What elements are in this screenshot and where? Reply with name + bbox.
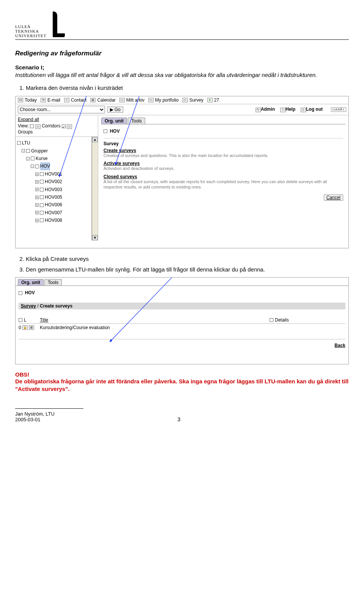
scenario-label: Scenario I;: [15, 64, 349, 71]
scroll-down-icon[interactable]: ▼: [92, 235, 98, 240]
tree-check[interactable]: [26, 149, 30, 153]
logout-link[interactable]: ⎋Log out: [301, 107, 323, 112]
screenshot-2: Org. unit Tools HOV Survey / Create surv…: [15, 277, 349, 364]
course-tree[interactable]: LTU - Grupper - Kurse - HOV + HOV001: [16, 137, 92, 240]
lock-count: 0: [19, 325, 21, 330]
tree-expand-icon[interactable]: +: [35, 173, 39, 176]
activate-surveys-desc: Activation and deactivation of surveys.: [104, 166, 343, 171]
select-all-checkbox[interactable]: [19, 318, 22, 322]
obs-label: OBS!: [15, 371, 349, 378]
lock-icon: 🔒: [22, 325, 28, 330]
tree-check[interactable]: [40, 172, 44, 176]
nav-email[interactable]: ✉E-mail: [41, 98, 60, 102]
back-link[interactable]: Back: [19, 343, 345, 348]
survey-heading: Survey: [104, 141, 343, 146]
tree-collapse-icon[interactable]: -: [22, 149, 25, 152]
hov-checkbox-2[interactable]: [19, 291, 22, 295]
tree-expand-icon[interactable]: +: [35, 196, 39, 199]
page-footer: Jan Nyström, LTU 2005-03-01 3: [15, 411, 349, 422]
logout-icon: ⎋: [301, 108, 306, 112]
header-rule: [15, 39, 349, 40]
survey-icon: ▦: [29, 325, 34, 330]
tree-check[interactable]: [35, 165, 39, 168]
portfolio-icon: ▭: [148, 98, 154, 102]
breadcrumb-create: Create surveys: [40, 303, 72, 309]
help-link[interactable]: ?Help: [280, 107, 295, 112]
details-checkbox[interactable]: [270, 318, 273, 322]
go-button[interactable]: ▶ Go: [107, 107, 123, 113]
nav-calendar[interactable]: ▦Calendar: [90, 98, 116, 102]
tree-selected[interactable]: HOV: [40, 162, 50, 170]
tab-org-unit-2[interactable]: Org. unit: [18, 279, 44, 286]
expand-all-link[interactable]: Expand all: [18, 117, 39, 122]
tree-scrollbar[interactable]: ▲ ▼: [92, 137, 98, 240]
mail-icon: ✉: [41, 98, 46, 102]
tree-check[interactable]: [40, 218, 44, 222]
tree-collapse-icon[interactable]: -: [31, 165, 34, 168]
page-number: 3: [55, 416, 303, 422]
tree-check[interactable]: [40, 211, 44, 215]
nav-mitt-arkiv[interactable]: ▭Mitt arkiv: [119, 98, 144, 102]
obs-text: De obligatoriska frågorna går inte att f…: [15, 378, 349, 393]
step-list-cont: Klicka på Create surveys Den gemensamma …: [15, 255, 349, 274]
nav-count[interactable]: ●27: [207, 98, 219, 102]
tree-check[interactable]: [17, 141, 21, 145]
scroll-up-icon[interactable]: ▲: [92, 137, 98, 142]
step-list: Markera den översta nivån i kursträdet: [15, 84, 349, 92]
step-1: Markera den översta nivån i kursträdet: [26, 84, 349, 92]
step-3: Den gemensamma LTU-mallen blir synlig. F…: [26, 266, 349, 273]
admin-link[interactable]: ✎Admin: [256, 107, 275, 112]
survey-title[interactable]: Kursutvärdering/Course evaluation: [40, 325, 110, 330]
tree-expand-icon[interactable]: +: [35, 203, 39, 207]
presence-icon: ●: [207, 98, 213, 102]
tree-expand-icon[interactable]: +: [35, 219, 39, 222]
footer-author: Jan Nyström, LTU: [15, 411, 55, 417]
col-l: L: [24, 318, 27, 322]
tab-tools-2[interactable]: Tools: [44, 279, 62, 286]
groups-label: Groups: [18, 129, 96, 135]
nav-today[interactable]: 28Today: [18, 98, 37, 102]
contact-icon: ☺: [64, 98, 69, 102]
tree-expand-icon[interactable]: +: [35, 211, 39, 214]
col-details: Details: [275, 318, 289, 322]
calendar-icon: ▦: [90, 98, 96, 102]
tree-check[interactable]: [40, 180, 44, 184]
footer-rule: [15, 408, 83, 409]
hov-checkbox[interactable]: [104, 129, 107, 133]
tree-check[interactable]: [31, 157, 35, 160]
mini-logo: LULEÅ L: [331, 107, 346, 112]
tab-tools[interactable]: Tools: [128, 118, 145, 124]
closed-surveys-link[interactable]: Closed surveys: [104, 174, 343, 179]
tree-collapse-icon[interactable]: -: [26, 157, 30, 160]
nav-survey[interactable]: ▭Survey: [182, 98, 203, 102]
tree-check[interactable]: [40, 203, 44, 207]
room-bar: Choose room... ▶ Go ✎Admin ?Help ⎋Log ou…: [16, 104, 348, 115]
groups-view-checkbox[interactable]: [62, 124, 66, 128]
nav-my-portfolio[interactable]: ▭My portfolio: [148, 98, 179, 102]
tree-expand-icon[interactable]: +: [35, 180, 39, 184]
university-logo: LULEÅ TEKNISKA UNIVERSITET: [15, 11, 349, 38]
help-icon: ?: [280, 108, 286, 112]
tab-org-unit[interactable]: Org. unit: [101, 118, 127, 124]
logo-line2: TEKNISKA: [15, 29, 47, 33]
choose-room-select[interactable]: Choose room...: [18, 106, 105, 113]
create-surveys-desc: Creation of surveys and questions. This …: [104, 153, 343, 158]
col-title[interactable]: Title: [40, 317, 48, 323]
create-surveys-link[interactable]: Create surveys: [104, 148, 343, 153]
closed-surveys-desc: A list of all the closed surveys, with s…: [104, 179, 343, 190]
breadcrumb-survey[interactable]: Survey: [21, 303, 36, 309]
tree-check[interactable]: [40, 188, 44, 191]
nav-contact[interactable]: ☺Contact: [64, 98, 86, 102]
activate-surveys-link[interactable]: Activate surveys: [104, 161, 343, 166]
survey-row[interactable]: 0 🔒 ▦ Kursutvärdering/Course evaluation: [19, 324, 345, 339]
step-2: Klicka på Create surveys: [26, 255, 349, 263]
breadcrumb: Survey / Create surveys: [19, 303, 345, 309]
tree-check[interactable]: [40, 195, 44, 199]
footer-date: 2005-03-01: [15, 417, 55, 422]
tree-expand-icon[interactable]: +: [35, 188, 39, 191]
corridors-checkbox[interactable]: [30, 124, 34, 128]
top-nav: 28Today ✉E-mail ☺Contact ▦Calendar ▭Mitt…: [16, 96, 348, 104]
cancel-button[interactable]: Cancel: [324, 195, 343, 201]
logo-line1: LULEÅ: [15, 24, 47, 29]
calendar-day-icon: 28: [18, 98, 23, 102]
